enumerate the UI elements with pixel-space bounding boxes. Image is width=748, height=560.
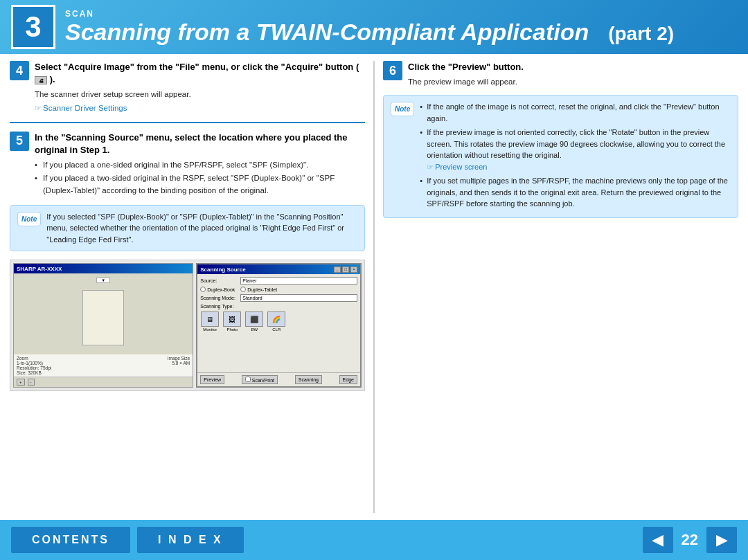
page-header: 3 SCAN Scanning from a TWAIN-Compliant A… — [0, 0, 748, 54]
clr-icon-box: 🌈 — [267, 311, 285, 327]
screenshot-area: SHARP AR-XXXX ▼ ZoomImage Size 1-to-1(10… — [10, 260, 365, 391]
icon-label-bw: BW — [251, 327, 258, 332]
next-page-button[interactable]: ▶ — [706, 527, 737, 553]
scanner-body: ▼ — [14, 273, 193, 354]
step-5-bullets: If you placed a one-sided original in th… — [35, 159, 365, 197]
prev-page-button[interactable]: ◀ — [643, 527, 673, 553]
step-5-box: 5 In the "Scanning Source" menu, select … — [10, 132, 365, 198]
footer: CONTENTS I N D E X ◀ 22 ▶ — [0, 520, 748, 560]
scanner-page-preview — [82, 290, 124, 345]
footer-page-nav: ◀ 22 ▶ — [643, 527, 737, 553]
step-4-number: 4 — [10, 61, 29, 80]
scan-label: SCAN — [65, 9, 674, 19]
preview-btn[interactable]: Preview — [200, 375, 224, 384]
step-5-content: In the "Scanning Source" menu, select th… — [35, 132, 365, 198]
header-text-group: SCAN Scanning from a TWAIN-Compliant App… — [65, 9, 674, 46]
separator-4-5 — [10, 122, 365, 123]
scanner-driver-link[interactable]: Scanner Driver Settings — [35, 104, 127, 112]
list-item: If you placed a two-sided original in th… — [35, 172, 365, 197]
step-6-number: 6 — [383, 61, 402, 80]
step-6-body: The preview image will appear. — [408, 76, 738, 88]
dialog-panel: Scanning Source _ □ × Source: Planer — [196, 263, 362, 388]
step-4-body: The scanner driver setup screen will app… — [35, 89, 365, 100]
list-item: If the preview image is not oriented cor… — [420, 127, 731, 172]
list-item: If you placed a one-sided original in th… — [35, 159, 365, 171]
dialog-bottom-buttons: Preview Scan/Print Scanning Edge — [197, 372, 360, 386]
photo-icon-box: 🖼 — [223, 311, 241, 327]
step-4-box: 4 Select "Acquire Image" from the "File"… — [10, 61, 365, 114]
note-5-badge: Note — [17, 212, 41, 226]
win-minimize-btn[interactable]: _ — [334, 267, 341, 273]
preview-screen-link[interactable]: Preview screen — [427, 163, 487, 171]
step-6-content: Click the "Preview" button. The preview … — [408, 61, 738, 88]
icon-clr[interactable]: 🌈 CLR — [267, 311, 286, 332]
main-content: 4 Select "Acquire Image" from the "File"… — [0, 54, 748, 520]
note-6-bullets: If the angle of the image is not correct… — [420, 101, 731, 210]
scanner-info: ZoomImage Size 1-to-1(100%)5.8 × AM Reso… — [14, 354, 193, 377]
scanning-btn[interactable]: Scanning — [295, 375, 322, 384]
scan-print-checkbox[interactable]: Scan/Print — [242, 375, 278, 384]
scanner-preview-window: SHARP AR-XXXX ▼ ZoomImage Size 1-to-1(10… — [13, 263, 193, 388]
index-button[interactable]: I N D E X — [137, 527, 244, 553]
dialog-win-buttons: _ □ × — [334, 267, 357, 273]
step-4-heading: Select "Acquire Image" from the "File" m… — [35, 61, 365, 86]
step-6-box: 6 Click the "Preview" button. The previe… — [383, 61, 738, 88]
note-6-badge: Note — [391, 102, 414, 116]
step-4-content: Select "Acquire Image" from the "File" m… — [35, 61, 365, 114]
footer-nav-buttons: CONTENTS I N D E X — [11, 527, 244, 553]
scanning-type-label: Scanning Type: — [200, 304, 357, 309]
radio-2: Duplex-Tablet — [240, 287, 277, 292]
scanner-titlebar: SHARP AR-XXXX — [14, 264, 193, 273]
icon-label-monitor: Monitor — [203, 327, 217, 332]
scanner-title-text: SHARP AR-XXXX — [17, 266, 62, 272]
radio-1: Duplex-Book — [200, 287, 235, 292]
note-5-content: If you selected "SPF (Duplex-Book)" or "… — [46, 211, 357, 246]
scanning-mode-row: Scanning Mode: Standard — [200, 294, 357, 302]
win-maximize-btn[interactable]: □ — [342, 267, 349, 273]
contents-button[interactable]: CONTENTS — [11, 527, 130, 553]
step-5-heading: In the "Scanning Source" menu, select th… — [35, 132, 365, 156]
edge-btn[interactable]: Edge — [339, 375, 357, 384]
list-item: If you set multiple pages in the SPF/RSP… — [420, 175, 731, 210]
right-column: 6 Click the "Preview" button. The previe… — [375, 61, 738, 513]
chapter-number: 3 — [11, 5, 55, 49]
icon-label-photo: Photo — [226, 327, 238, 332]
page-number: 22 — [682, 531, 698, 549]
icon-monitor[interactable]: 🖥 Monitor — [200, 311, 220, 332]
scanning-mode-label: Scanning Mode: — [200, 296, 238, 300]
note-5-box: Note If you selected "SPF (Duplex-Book)"… — [10, 205, 365, 252]
page-title: Scanning from a TWAIN-Compliant Applicat… — [65, 19, 589, 46]
scanning-mode-select[interactable]: Standard — [240, 294, 357, 302]
win-close-btn[interactable]: × — [350, 267, 357, 273]
scanning-source-row: Source: Planer — [200, 277, 357, 284]
bw-icon-box: ⬛ — [245, 311, 263, 327]
dialog-body: Source: Planer Duplex-Book Duplex-Tablet — [197, 274, 360, 372]
icon-bw[interactable]: ⬛ BW — [244, 311, 264, 332]
scanning-source-label: Source: — [200, 278, 238, 283]
monitor-icon-box: 🖥 — [201, 311, 219, 327]
scanning-source-select[interactable]: Planer — [240, 277, 357, 284]
icon-label-clr: CLR — [272, 327, 280, 332]
icon-photo[interactable]: 🖼 Photo — [222, 311, 242, 332]
step-6-heading: Click the "Preview" button. — [408, 61, 738, 73]
scanning-type-icons: 🖥 Monitor 🖼 Photo ⬛ BW 🌈 — [200, 311, 357, 332]
note-6-box: Note If the angle of the image is not co… — [383, 95, 738, 218]
note-6-content: If the angle of the image is not correct… — [420, 101, 731, 212]
left-column: 4 Select "Acquire Image" from the "File"… — [10, 61, 375, 513]
dialog-titlebar: Scanning Source _ □ × — [197, 264, 360, 274]
dialog-title-text: Scanning Source — [200, 267, 245, 273]
step-5-number: 5 — [10, 132, 29, 151]
list-item: If the angle of the image is not correct… — [420, 101, 731, 124]
part-label: (part 2) — [608, 23, 674, 45]
